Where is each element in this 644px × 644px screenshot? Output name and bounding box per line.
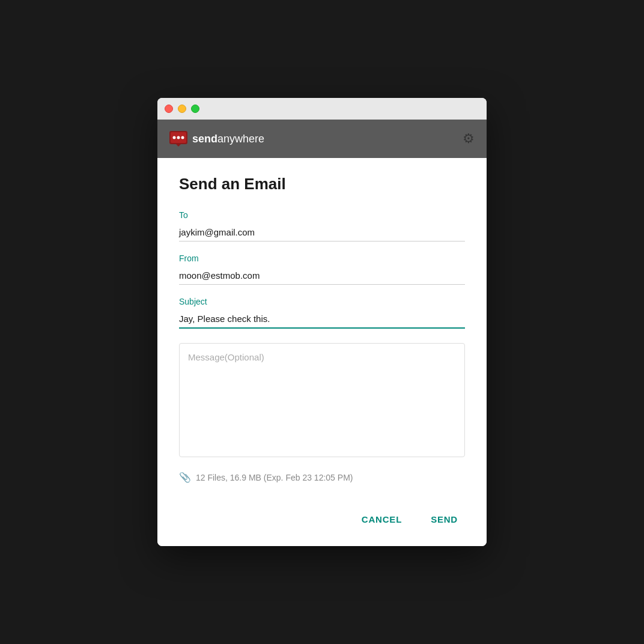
from-label: From xyxy=(179,254,465,263)
dialog-actions: CANCEL SEND xyxy=(157,497,487,546)
app-header: sendanywhere ⚙ xyxy=(157,120,487,158)
attachment-info: 📎 12 Files, 16.9 MB (Exp. Feb 23 12:05 P… xyxy=(179,472,465,483)
settings-icon[interactable]: ⚙ xyxy=(463,131,475,147)
maximize-button[interactable] xyxy=(191,105,199,113)
paperclip-icon: 📎 xyxy=(179,472,191,483)
cancel-button[interactable]: CANCEL xyxy=(354,509,409,529)
subject-input[interactable] xyxy=(179,310,465,329)
app-logo: sendanywhere xyxy=(169,131,264,147)
svg-point-3 xyxy=(177,136,180,139)
minimize-button[interactable] xyxy=(178,105,186,113)
send-button[interactable]: SEND xyxy=(424,509,465,529)
subject-label: Subject xyxy=(179,297,465,306)
subject-field-group: Subject xyxy=(179,297,465,329)
close-button[interactable] xyxy=(165,105,173,113)
logo-icon xyxy=(169,131,187,147)
attachment-text: 12 Files, 16.9 MB (Exp. Feb 23 12:05 PM) xyxy=(196,473,353,482)
page-title: Send an Email xyxy=(179,175,465,193)
message-field-group xyxy=(179,341,465,460)
from-value: moon@estmob.com xyxy=(179,267,465,285)
svg-point-2 xyxy=(173,136,176,139)
to-label: To xyxy=(179,210,465,220)
title-bar xyxy=(157,98,487,120)
form-content: Send an Email To jaykim@gmail.com From m… xyxy=(157,158,487,497)
message-textarea[interactable] xyxy=(179,343,465,457)
app-window: sendanywhere ⚙ Send an Email To jaykim@g… xyxy=(157,98,487,546)
from-field-group: From moon@estmob.com xyxy=(179,254,465,285)
app-name-label: sendanywhere xyxy=(192,133,264,145)
to-field-group: To jaykim@gmail.com xyxy=(179,210,465,242)
svg-point-4 xyxy=(181,136,184,139)
to-value: jaykim@gmail.com xyxy=(179,223,465,242)
